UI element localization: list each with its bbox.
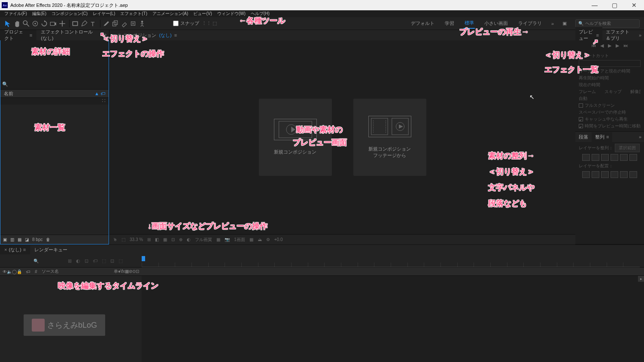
- menu-help[interactable]: ヘルプ(H): [248, 10, 272, 17]
- pv-shortcut-field[interactable]: [579, 60, 641, 67]
- col-name[interactable]: 名前: [4, 90, 13, 97]
- footer-ic8[interactable]: ◐: [187, 237, 191, 242]
- new-composition-card[interactable]: 新規コンポジション: [259, 99, 332, 176]
- timeline-end-icon[interactable]: ▸: [638, 276, 644, 282]
- tl-ic7[interactable]: ⬚: [118, 258, 123, 264]
- sort-icon[interactable]: ▲ 🏷: [94, 91, 105, 96]
- roto-tool-icon[interactable]: [129, 20, 137, 27]
- footer-ic6[interactable]: ⊡: [171, 237, 175, 242]
- brush-tool-icon[interactable]: [102, 20, 110, 27]
- menu-effect[interactable]: エフェクト(T): [118, 10, 150, 17]
- footer-ic4[interactable]: ◧: [155, 237, 159, 242]
- snap-checkbox[interactable]: [173, 21, 179, 26]
- menu-layer[interactable]: レイヤー(L): [90, 10, 118, 17]
- zoom-level[interactable]: 33.3 %: [130, 237, 143, 242]
- camera-tool-icon[interactable]: [49, 20, 57, 27]
- rotation-tool-icon[interactable]: [40, 20, 48, 27]
- tl-ic6[interactable]: ⊡: [110, 258, 114, 264]
- minimize-button[interactable]: —: [585, 0, 605, 10]
- align-top-icon[interactable]: [611, 154, 618, 161]
- align-vcenter-icon[interactable]: [620, 154, 628, 161]
- tl-ic3[interactable]: ⊡: [85, 258, 88, 264]
- project-search[interactable]: 🔍: [2, 80, 107, 88]
- project-list[interactable]: [0, 105, 109, 235]
- footer-ic7[interactable]: ⊕: [179, 237, 182, 242]
- timeline-tracks[interactable]: ▸: [142, 276, 644, 362]
- tab-project[interactable]: プロジェクト ≡: [0, 30, 36, 40]
- right-overflow-icon[interactable]: »: [636, 31, 644, 39]
- align-right-icon[interactable]: [601, 154, 609, 161]
- workspace-standard[interactable]: 標準: [464, 18, 475, 29]
- text-tool-icon[interactable]: T: [89, 20, 97, 27]
- resolution[interactable]: フル画質: [195, 237, 212, 243]
- clone-tool-icon[interactable]: [111, 20, 119, 27]
- view-count[interactable]: 1画面: [234, 237, 245, 243]
- align-to-dropdown[interactable]: 選択範囲: [615, 144, 640, 152]
- hand-tool-icon[interactable]: [13, 20, 21, 27]
- exposure[interactable]: +0.0: [274, 237, 283, 242]
- rectangle-tool-icon[interactable]: [71, 20, 79, 27]
- comp-lock-icon[interactable]: ▯: [118, 33, 121, 38]
- footer-ic1[interactable]: 🖱: [113, 237, 117, 242]
- footer-ic13[interactable]: ⚙: [266, 237, 270, 242]
- eraser-tool-icon[interactable]: [120, 20, 128, 27]
- menu-file[interactable]: ファイル(F): [2, 10, 30, 17]
- workspace-overflow-icon[interactable]: »: [551, 21, 554, 26]
- tab-effects-presets[interactable]: エフェクト＆プリ: [602, 27, 636, 43]
- close-button[interactable]: ✕: [624, 0, 644, 10]
- interpret-icon[interactable]: ▣: [3, 237, 7, 242]
- menu-animation[interactable]: アニメーション(A): [150, 10, 191, 17]
- col-source[interactable]: ソース名: [42, 268, 59, 275]
- workspace-small[interactable]: 小さい画面: [483, 18, 509, 28]
- dist-1-icon[interactable]: [582, 171, 590, 178]
- prev-frame-icon[interactable]: ◀: [600, 43, 604, 48]
- orbit-tool-icon[interactable]: [31, 20, 39, 27]
- footer-ic9[interactable]: ▦: [216, 237, 220, 242]
- comp-close-icon[interactable]: ×: [113, 33, 115, 38]
- first-frame-icon[interactable]: ⏮: [591, 43, 596, 48]
- menu-composition[interactable]: コンポジション(C): [49, 10, 90, 17]
- align-overflow-icon[interactable]: »: [636, 133, 644, 141]
- workspace-library[interactable]: ライブラリ: [517, 18, 543, 28]
- tl-ic4[interactable]: 🏷: [93, 258, 97, 263]
- tab-effect-controls[interactable]: エフェクトコントロール (なし): [36, 30, 101, 40]
- dist-3-icon[interactable]: [601, 171, 609, 178]
- tab-paragraph[interactable]: 段落: [575, 132, 592, 142]
- pv-time[interactable]: 時間をプレビュー時間に移動: [579, 123, 641, 130]
- workspace-learn[interactable]: 学習: [444, 18, 455, 28]
- timeline-search[interactable]: 🔍: [33, 259, 64, 263]
- tab-align[interactable]: 整列≡: [592, 132, 612, 142]
- bpc-icon[interactable]: ◪: [25, 237, 29, 242]
- dist-4-icon[interactable]: [611, 171, 618, 178]
- panel-menu-icon[interactable]: ≡: [30, 33, 32, 38]
- next-frame-icon[interactable]: ▶: [616, 43, 619, 48]
- new-folder-icon[interactable]: ▥: [10, 237, 14, 242]
- panel-overflow-icon[interactable]: »: [101, 30, 109, 40]
- help-search[interactable]: 🔍 ヘルプを検索: [575, 19, 640, 28]
- pv-fullscreen[interactable]: フルスクリーン: [579, 102, 641, 109]
- new-from-footage-card[interactable]: 新規コンポジション フッテージから: [353, 99, 426, 176]
- pv-cache[interactable]: キャッシュ中なら再生: [579, 116, 641, 123]
- dist-6-icon[interactable]: [629, 171, 637, 178]
- selection-tool-icon[interactable]: [4, 20, 12, 27]
- tl-ic2[interactable]: ◐: [76, 258, 80, 264]
- footer-ic12[interactable]: ⛰: [258, 237, 262, 242]
- maximize-button[interactable]: ▢: [605, 0, 624, 10]
- tl-ic1[interactable]: ⊞: [68, 258, 72, 264]
- footer-ic11[interactable]: ▦: [249, 237, 253, 242]
- align-left-icon[interactable]: [582, 154, 590, 161]
- align-hcenter-icon[interactable]: [592, 154, 599, 161]
- new-comp-icon[interactable]: ▦: [18, 237, 21, 242]
- timeline-tab-none[interactable]: ×(なし)≡: [0, 245, 30, 254]
- pen-tool-icon[interactable]: [80, 20, 88, 27]
- dist-5-icon[interactable]: [620, 171, 628, 178]
- last-frame-icon[interactable]: ⏭: [623, 43, 628, 48]
- align-bottom-icon[interactable]: [629, 154, 637, 161]
- menu-edit[interactable]: 編集(E): [30, 10, 49, 17]
- footer-ic5[interactable]: ▦: [163, 237, 167, 242]
- puppet-tool-icon[interactable]: [138, 20, 146, 27]
- dist-2-icon[interactable]: [592, 171, 599, 178]
- composition-viewer[interactable]: 新規コンポジション 新規コンポジション フッテージから: [109, 40, 575, 234]
- workspace-switch-icon[interactable]: ▣: [562, 21, 567, 26]
- comp-menu-icon[interactable]: ≡: [174, 33, 177, 38]
